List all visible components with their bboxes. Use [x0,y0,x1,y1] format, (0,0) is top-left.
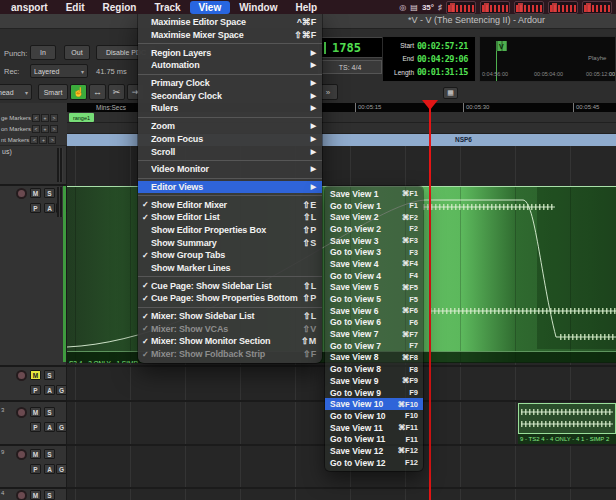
submenu-item-go-to-view-9[interactable]: Go to View 9F9 [325,387,423,399]
menubar-item-region[interactable]: Region [94,1,146,14]
solo-button[interactable]: S [44,188,55,198]
menu-item-cue-page-show-sidebar-list[interactable]: ✓Cue Page: Show Sidebar List⇧L [138,279,322,292]
punch-in-button[interactable]: In [30,45,56,60]
submenu-item-save-view-11[interactable]: Save View 11⌘F11 [325,422,423,434]
menu-item-zoom[interactable]: Zoom▶ [138,120,322,133]
tuner-icon[interactable]: ♯ [438,3,442,12]
cpu-meter-widget[interactable] [480,1,510,14]
menu-item-show-group-tabs[interactable]: ✓Show Group Tabs [138,249,322,262]
submenu-item-save-view-9[interactable]: Save View 9⌘F9 [325,375,423,387]
cpu-meter-widget[interactable] [548,1,578,14]
prev-marker-button[interactable]: < [30,136,38,144]
audio-region-small[interactable] [518,403,616,434]
next-marker-button[interactable]: > [48,136,56,144]
menu-item-show-marker-lines[interactable]: Show Marker Lines [138,262,322,275]
menu-item-primary-clock[interactable]: Primary Clock▶ [138,77,322,90]
mini-timeline[interactable]: V Playhe 0:04:56:0000:05:04:0000:05:12:0… [479,36,616,82]
menubar-item-track[interactable]: Track [145,1,189,14]
add-marker-button[interactable]: + [39,136,47,144]
solo-button[interactable]: S [44,407,55,417]
menu-item-show-editor-mixer[interactable]: ✓Show Editor Mixer⇧E [138,198,322,211]
automation-button[interactable]: A [44,464,55,474]
minimap-marker-flag[interactable]: V [496,41,507,51]
menubar-item-window[interactable]: Window [230,1,286,14]
record-enable-button[interactable] [16,490,27,500]
cpu-meter-widget[interactable] [514,1,544,14]
stats-icon[interactable]: ▤ [410,3,418,12]
prev-marker-button[interactable]: < [32,125,40,133]
submenu-item-go-to-view-7[interactable]: Go to View 7F7 [325,340,423,352]
submenu-item-go-to-view-8[interactable]: Go to View 8F8 [325,363,423,375]
end-value[interactable]: 00:04:29:06 [417,54,468,64]
menubar-item-view[interactable]: View [190,1,231,14]
menu-item-maximise-mixer-space[interactable]: Maximise Mixer Space⇧⌘F [138,29,322,42]
menu-item-region-layers[interactable]: Region Layers▶ [138,46,322,59]
temperature-readout[interactable]: 35° [422,3,434,12]
cpu-meter-widget[interactable] [582,1,612,14]
menu-item-maximise-editor-space[interactable]: Maximise Editor Space^⌘F [138,16,322,29]
arrangement-marker[interactable]: NSP6 [455,136,472,143]
submenu-item-save-view-4[interactable]: Save View 4⌘F4 [325,258,423,270]
add-marker-button[interactable]: + [41,114,49,122]
record-enable-button[interactable] [16,449,27,460]
playlist-button[interactable]: P [30,464,41,474]
cpu-meter-widget[interactable] [446,1,476,14]
automation-button[interactable]: A [44,203,55,213]
solo-button[interactable]: S [44,449,55,459]
automation-button[interactable]: A [44,422,55,432]
record-enable-button[interactable] [16,188,27,199]
cut-tool-button[interactable]: ✂ [108,84,125,100]
submenu-item-go-to-view-1[interactable]: Go to View 1F1 [325,200,423,212]
next-marker-button[interactable]: > [50,125,58,133]
solo-button[interactable]: S [44,370,55,380]
menubar-item-help[interactable]: Help [286,1,326,14]
range-tool-button[interactable]: ↔ [89,84,106,100]
menu-item-cue-page-show-properties-bottom[interactable]: ✓Cue Page: Show Properties Bottom⇧P [138,292,322,305]
playhead-line[interactable] [429,100,431,500]
playlist-button[interactable]: P [30,203,41,213]
submenu-item-go-to-view-12[interactable]: Go to View 12F12 [325,457,423,469]
menu-item-video-monitor[interactable]: Video Monitor▶ [138,163,322,176]
mute-button[interactable]: M [30,370,41,380]
automation-button[interactable]: A [44,385,55,395]
submenu-item-save-view-7[interactable]: Save View 7⌘F7 [325,328,423,340]
punch-out-button[interactable]: Out [64,45,90,60]
playhead-select[interactable]: head ▾ [0,84,32,100]
menu-item-show-editor-properties-box[interactable]: Show Editor Properties Box⇧P [138,224,322,237]
group-button[interactable]: G [56,464,67,474]
menu-item-secondary-clock[interactable]: Secondary Clock▶ [138,89,322,102]
submenu-item-save-view-3[interactable]: Save View 3⌘F3 [325,235,423,247]
menu-item-zoom-focus[interactable]: Zoom Focus▶ [138,133,322,146]
menu-item-show-editor-list[interactable]: ✓Show Editor List⇧L [138,211,322,224]
submenu-item-save-view-10[interactable]: Save View 10⌘F10 [325,398,423,410]
menu-item-editor-views[interactable]: Editor Views▶ [138,181,322,194]
group-button[interactable]: G [56,422,67,432]
playlist-button[interactable]: P [30,422,41,432]
menu-item-mixer-show-foldback-strip[interactable]: ✓Mixer: Show Foldback Strip⇧F [138,348,322,361]
smart-mode-button[interactable]: Smart [38,84,68,100]
rec-mode-select[interactable]: Layered ▾ [30,64,88,78]
playlist-button[interactable]: P [30,385,41,395]
mute-button[interactable]: M [30,490,41,500]
submenu-item-go-to-view-2[interactable]: Go to View 2F2 [325,223,423,235]
menubar-item-edit[interactable]: Edit [57,1,94,14]
secondary-clock[interactable]: 1785 [318,37,392,58]
submenu-item-go-to-view-11[interactable]: Go to View 11F11 [325,433,423,445]
grab-tool-button[interactable]: ☝ [70,84,87,100]
next-marker-button[interactable]: > [50,114,58,122]
grid-options-button[interactable]: ▦ [443,87,458,99]
submenu-item-save-view-6[interactable]: Save View 6⌘F6 [325,305,423,317]
add-marker-button[interactable]: + [41,125,49,133]
menu-item-automation[interactable]: Automation▶ [138,59,322,72]
group-button[interactable]: G [56,385,67,395]
prev-marker-button[interactable]: < [32,114,40,122]
dial-icon[interactable]: ◎ [399,3,406,12]
submenu-item-save-view-8[interactable]: Save View 8⌘F8 [325,352,423,364]
submenu-item-go-to-view-3[interactable]: Go to View 3F3 [325,246,423,258]
submenu-item-save-view-1[interactable]: Save View 1⌘F1 [325,188,423,200]
mute-button[interactable]: M [30,188,41,198]
solo-button[interactable]: S [44,490,55,500]
submenu-item-go-to-view-6[interactable]: Go to View 6F6 [325,317,423,329]
range-marker[interactable]: range1 [69,113,94,122]
menubar-item-ansport[interactable]: ansport [2,1,57,14]
